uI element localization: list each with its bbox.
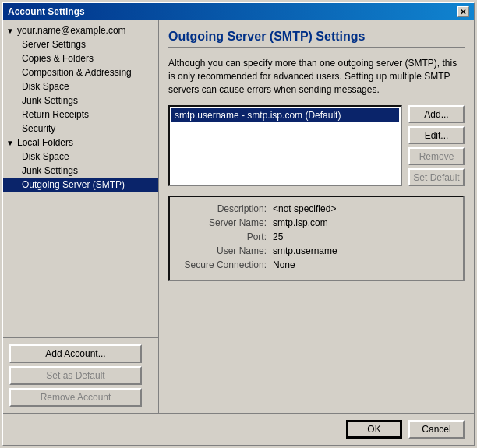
sidebar-item-disk-space[interactable]: Disk Space	[3, 79, 158, 93]
sidebar-item-local-junk-settings[interactable]: Junk Settings	[3, 164, 158, 178]
detail-row-port: Port: 25	[179, 231, 454, 242]
detail-row-user-name: User Name: smtp.username	[179, 245, 454, 256]
sidebar-item-outgoing-server[interactable]: Outgoing Server (SMTP)	[3, 178, 158, 192]
server-details: Description: <not specified> Server Name…	[168, 196, 465, 281]
server-name-value: smtp.isp.com	[273, 217, 328, 228]
sidebar-item-local-disk-space[interactable]: Disk Space	[3, 150, 158, 164]
dialog-title: Account Settings	[8, 6, 85, 17]
remove-account-button[interactable]: Remove Account	[9, 388, 142, 407]
edit-server-button[interactable]: Edit...	[408, 126, 465, 144]
server-listbox[interactable]: smtp.username - smtp.isp.com (Default)	[168, 105, 402, 186]
server-list-item[interactable]: smtp.username - smtp.isp.com (Default)	[171, 108, 399, 122]
sidebar-item-composition-addressing[interactable]: Composition & Addressing	[3, 65, 158, 79]
server-name-label: Server Name:	[179, 217, 273, 228]
port-label: Port:	[179, 231, 273, 242]
section-title: Outgoing Server (SMTP) Settings	[168, 30, 465, 48]
sidebar-item-return-receipts[interactable]: Return Receipts	[3, 108, 158, 122]
left-panel: ▼ your.name@example.com Server Settings …	[3, 20, 159, 413]
user-name-value: smtp.username	[273, 245, 337, 256]
description-value: <not specified>	[273, 203, 336, 214]
sidebar-local-folders-header[interactable]: ▼ Local Folders	[3, 136, 158, 150]
detail-row-server-name: Server Name: smtp.isp.com	[179, 217, 454, 228]
dialog-body: ▼ your.name@example.com Server Settings …	[3, 20, 474, 413]
account-email: your.name@example.com	[17, 25, 126, 36]
set-default-server-button[interactable]: Set Default	[408, 168, 465, 186]
server-buttons: Add... Edit... Remove Set Default	[408, 105, 465, 186]
sidebar-item-junk-settings[interactable]: Junk Settings	[3, 93, 158, 108]
sidebar-item-server-settings[interactable]: Server Settings	[3, 37, 158, 51]
remove-server-button[interactable]: Remove	[408, 147, 465, 165]
port-value: 25	[273, 231, 283, 242]
sidebar-item-copies-folders[interactable]: Copies & Folders	[3, 51, 158, 65]
title-bar: Account Settings ✕	[3, 3, 474, 20]
sidebar-bottom-buttons: Add Account... Set as Default Remove Acc…	[3, 337, 158, 413]
set-as-default-button[interactable]: Set as Default	[9, 366, 142, 385]
detail-row-secure-connection: Secure Connection: None	[179, 259, 454, 270]
main-content: Outgoing Server (SMTP) Settings Although…	[159, 20, 474, 413]
cancel-button[interactable]: Cancel	[408, 420, 465, 439]
expand-local-icon: ▼	[6, 139, 16, 147]
sidebar-account-header[interactable]: ▼ your.name@example.com	[3, 23, 158, 37]
add-server-button[interactable]: Add...	[408, 105, 465, 123]
account-settings-dialog: Account Settings ✕ ▼ your.name@example.c…	[2, 2, 475, 446]
ok-button[interactable]: OK	[346, 420, 402, 439]
sidebar-tree: ▼ your.name@example.com Server Settings …	[3, 20, 158, 337]
detail-row-description: Description: <not specified>	[179, 203, 454, 214]
user-name-label: User Name:	[179, 245, 273, 256]
local-folders-label: Local Folders	[17, 137, 73, 148]
dialog-footer: OK Cancel	[3, 413, 474, 445]
server-list-area: smtp.username - smtp.isp.com (Default) A…	[168, 105, 465, 186]
sidebar-item-security[interactable]: Security	[3, 122, 158, 136]
close-button[interactable]: ✕	[457, 6, 469, 17]
description-text: Although you can specify more than one o…	[168, 57, 465, 96]
secure-conn-label: Secure Connection:	[179, 259, 273, 270]
expand-icon: ▼	[6, 26, 16, 35]
description-label: Description:	[179, 203, 273, 214]
secure-conn-value: None	[273, 259, 295, 270]
add-account-button[interactable]: Add Account...	[9, 344, 142, 363]
